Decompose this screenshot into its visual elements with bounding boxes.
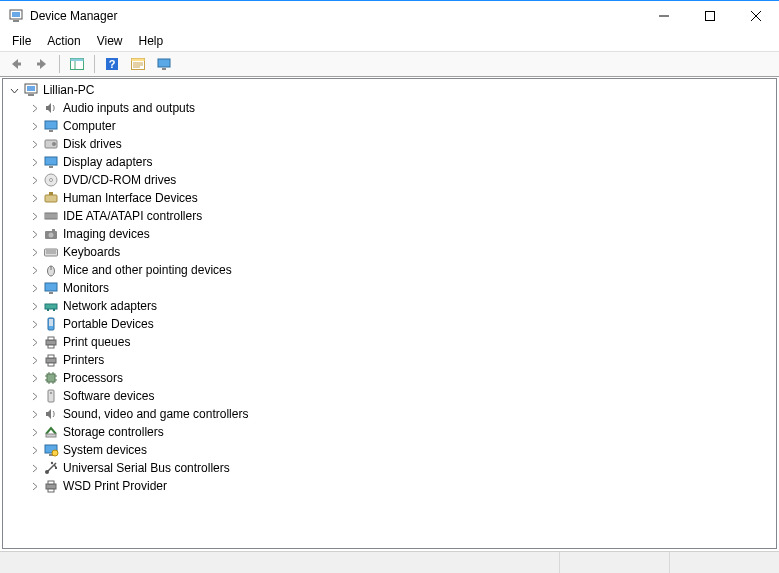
portable-icon bbox=[43, 316, 59, 332]
chevron-right-icon[interactable] bbox=[27, 356, 41, 365]
app-icon bbox=[8, 8, 24, 24]
tree-item[interactable]: Printers bbox=[3, 351, 776, 369]
svg-rect-50 bbox=[45, 304, 57, 309]
tree-root[interactable]: Lillian-PC bbox=[3, 81, 776, 99]
tree-item[interactable]: Software devices bbox=[3, 387, 776, 405]
tree-item-label: Network adapters bbox=[63, 299, 157, 313]
printer-icon bbox=[43, 478, 59, 494]
chevron-right-icon[interactable] bbox=[27, 140, 41, 149]
chevron-right-icon[interactable] bbox=[27, 428, 41, 437]
svg-rect-81 bbox=[48, 481, 54, 484]
svg-rect-4 bbox=[706, 12, 715, 21]
svg-rect-24 bbox=[45, 121, 57, 129]
tree-item[interactable]: Print queues bbox=[3, 333, 776, 351]
tree-item[interactable]: Universal Serial Bus controllers bbox=[3, 459, 776, 477]
menu-view[interactable]: View bbox=[89, 33, 131, 49]
tree-item[interactable]: Audio inputs and outputs bbox=[3, 99, 776, 117]
hid-icon bbox=[43, 190, 59, 206]
menu-action[interactable]: Action bbox=[39, 33, 88, 49]
chevron-right-icon[interactable] bbox=[27, 212, 41, 221]
tree-item-label: Audio inputs and outputs bbox=[63, 101, 195, 115]
tree-item[interactable]: Disk drives bbox=[3, 135, 776, 153]
chevron-right-icon[interactable] bbox=[27, 104, 41, 113]
status-cell bbox=[0, 552, 559, 573]
device-tree[interactable]: Lillian-PCAudio inputs and outputsComput… bbox=[2, 78, 777, 549]
chevron-right-icon[interactable] bbox=[27, 464, 41, 473]
toolbar-forward-button[interactable] bbox=[30, 53, 54, 75]
chevron-right-icon[interactable] bbox=[27, 230, 41, 239]
chevron-right-icon[interactable] bbox=[27, 392, 41, 401]
svg-rect-23 bbox=[28, 94, 34, 96]
chevron-right-icon[interactable] bbox=[27, 302, 41, 311]
svg-rect-55 bbox=[46, 340, 56, 345]
tree-item[interactable]: WSD Print Provider bbox=[3, 477, 776, 495]
svg-rect-49 bbox=[49, 292, 53, 294]
storage-icon bbox=[43, 424, 59, 440]
tree-item-label: Mice and other pointing devices bbox=[63, 263, 232, 277]
svg-rect-72 bbox=[46, 434, 56, 437]
toolbar-show-hide-tree-button[interactable] bbox=[65, 53, 89, 75]
svg-rect-28 bbox=[45, 157, 57, 165]
tree-item[interactable]: Network adapters bbox=[3, 297, 776, 315]
svg-rect-79 bbox=[55, 467, 57, 469]
chevron-right-icon[interactable] bbox=[27, 338, 41, 347]
toolbar-properties-button[interactable] bbox=[126, 53, 150, 75]
svg-rect-48 bbox=[45, 283, 57, 291]
tree-item[interactable]: Keyboards bbox=[3, 243, 776, 261]
chevron-right-icon[interactable] bbox=[27, 446, 41, 455]
minimize-button[interactable] bbox=[641, 1, 687, 31]
chevron-right-icon[interactable] bbox=[27, 374, 41, 383]
speaker-icon bbox=[43, 406, 59, 422]
tree-item-label: Universal Serial Bus controllers bbox=[63, 461, 230, 475]
tree-item[interactable]: Portable Devices bbox=[3, 315, 776, 333]
menu-file[interactable]: File bbox=[4, 33, 39, 49]
tree-item-label: Human Interface Devices bbox=[63, 191, 198, 205]
tree-item[interactable]: Computer bbox=[3, 117, 776, 135]
tree-item[interactable]: DVD/CD-ROM drives bbox=[3, 171, 776, 189]
svg-rect-2 bbox=[13, 20, 19, 22]
chevron-right-icon[interactable] bbox=[27, 194, 41, 203]
maximize-button[interactable] bbox=[687, 1, 733, 31]
svg-rect-60 bbox=[48, 363, 54, 366]
tree-item[interactable]: Mice and other pointing devices bbox=[3, 261, 776, 279]
tree-item[interactable]: Human Interface Devices bbox=[3, 189, 776, 207]
svg-rect-58 bbox=[46, 358, 56, 363]
tree-item[interactable]: Monitors bbox=[3, 279, 776, 297]
svg-rect-52 bbox=[53, 309, 55, 311]
chevron-right-icon[interactable] bbox=[27, 248, 41, 257]
svg-rect-82 bbox=[48, 489, 54, 492]
tree-item[interactable]: Imaging devices bbox=[3, 225, 776, 243]
svg-rect-51 bbox=[47, 309, 49, 311]
tree-item[interactable]: Display adapters bbox=[3, 153, 776, 171]
chevron-right-icon[interactable] bbox=[27, 410, 41, 419]
chevron-right-icon[interactable] bbox=[27, 122, 41, 131]
menu-help[interactable]: Help bbox=[131, 33, 172, 49]
tree-item[interactable]: System devices bbox=[3, 441, 776, 459]
chevron-right-icon[interactable] bbox=[27, 176, 41, 185]
svg-point-27 bbox=[52, 142, 56, 146]
toolbar-scan-hardware-button[interactable] bbox=[152, 53, 176, 75]
tree-item[interactable]: IDE ATA/ATAPI controllers bbox=[3, 207, 776, 225]
chevron-right-icon[interactable] bbox=[27, 482, 41, 491]
close-button[interactable] bbox=[733, 1, 779, 31]
chevron-right-icon[interactable] bbox=[27, 266, 41, 275]
toolbar-help-button[interactable]: ? bbox=[100, 53, 124, 75]
chevron-right-icon[interactable] bbox=[27, 320, 41, 329]
software-icon bbox=[43, 388, 59, 404]
tree-item-label: Imaging devices bbox=[63, 227, 150, 241]
svg-rect-29 bbox=[49, 166, 53, 168]
chevron-right-icon[interactable] bbox=[27, 284, 41, 293]
chevron-right-icon[interactable] bbox=[27, 158, 41, 167]
svg-line-77 bbox=[47, 465, 54, 472]
tree-item[interactable]: Sound, video and game controllers bbox=[3, 405, 776, 423]
tree-item[interactable]: Storage controllers bbox=[3, 423, 776, 441]
tree-item-label: System devices bbox=[63, 443, 147, 457]
tree-item[interactable]: Processors bbox=[3, 369, 776, 387]
svg-point-78 bbox=[51, 462, 53, 464]
svg-text:?: ? bbox=[109, 58, 116, 70]
svg-rect-56 bbox=[48, 337, 54, 340]
svg-rect-42 bbox=[52, 229, 55, 231]
toolbar-back-button[interactable] bbox=[4, 53, 28, 75]
chevron-down-icon[interactable] bbox=[7, 86, 21, 95]
toolbar-separator bbox=[94, 55, 95, 73]
